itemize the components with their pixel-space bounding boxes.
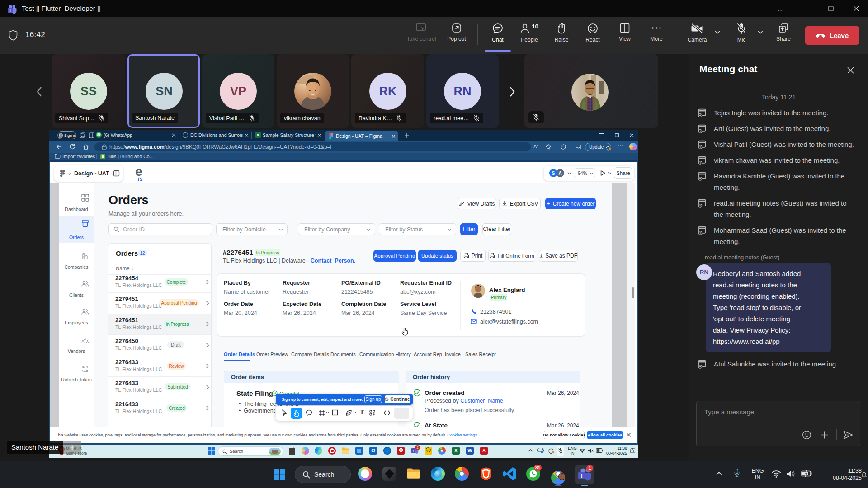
svg-text:T: T [412,449,415,452]
svg-text:T: T [9,8,12,13]
svg-text:10: 10 [532,23,538,30]
svg-text:T: T [580,473,584,479]
